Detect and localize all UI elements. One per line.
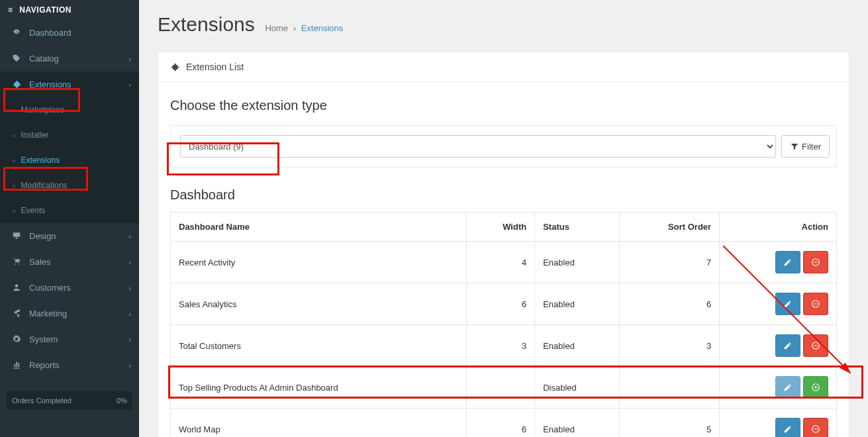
double-right-icon: » — [12, 107, 16, 114]
bars-icon: ≡ — [8, 5, 13, 15]
section-title: Choose the extension type — [170, 98, 837, 113]
puzzle-icon — [170, 62, 179, 72]
double-right-icon: » — [12, 132, 16, 139]
double-right-icon: » — [12, 182, 16, 189]
cell-status: Enabled — [535, 283, 619, 325]
cell-name: Total Customers — [171, 325, 467, 367]
nav-header: ≡ NAVIGATION — [0, 0, 139, 20]
sidebar-sub-label: Installer — [21, 130, 49, 140]
uninstall-button[interactable] — [803, 251, 828, 273]
cell-action — [720, 242, 837, 283]
cell-sort: 5 — [619, 409, 720, 438]
desktop-icon — [11, 231, 23, 241]
extension-type-select[interactable]: Dashboard (9) — [180, 135, 776, 158]
filter-icon — [790, 142, 799, 152]
orders-completed-label: Orders Completed — [12, 397, 72, 405]
chevron-right-icon: › — [128, 55, 131, 63]
edit-button[interactable] — [775, 418, 800, 437]
uninstall-button[interactable] — [803, 293, 828, 315]
page-title: Extensions — [158, 13, 255, 36]
panel-head-label: Extension List — [186, 62, 244, 72]
dashboard-icon — [11, 28, 23, 38]
sidebar-item-label: Reports — [29, 360, 60, 370]
table-row: Top Selling Products At Admin DashboardD… — [171, 367, 837, 409]
minus-icon — [811, 424, 820, 434]
table-row: Total Customers3Enabled3 — [171, 325, 837, 367]
sidebar-item-customers[interactable]: Customers › — [0, 275, 139, 301]
pencil-icon — [783, 424, 793, 434]
chart-icon — [11, 360, 23, 370]
edit-button[interactable] — [775, 251, 800, 273]
chevron-right-icon: › — [128, 284, 131, 292]
edit-button[interactable] — [775, 334, 800, 357]
edit-button[interactable] — [775, 293, 800, 315]
tag-icon — [11, 54, 23, 64]
chevron-right-icon: › — [128, 258, 131, 266]
cell-status: Enabled — [535, 409, 619, 438]
filter-label: Filter — [802, 142, 821, 152]
cell-name: Top Selling Products At Admin Dashboard — [171, 367, 467, 409]
cell-action — [720, 367, 837, 409]
share-icon — [11, 309, 23, 318]
sidebar-item-label: Sales — [29, 257, 51, 267]
chevron-right-icon: › — [128, 336, 131, 344]
panel-extension-list: Extension List Choose the extension type… — [158, 52, 849, 437]
uninstall-button[interactable] — [803, 418, 828, 437]
pencil-icon — [783, 258, 793, 267]
cell-width: 3 — [467, 325, 535, 367]
sidebar-item-label: Dashboard — [29, 28, 72, 38]
orders-completed-box: Orders Completed 0% — [7, 391, 132, 410]
sidebar-sub-installer[interactable]: » Installer — [0, 122, 139, 148]
sidebar-item-sales[interactable]: Sales › — [0, 249, 139, 275]
minus-icon — [811, 299, 820, 309]
edit-button[interactable] — [775, 376, 800, 399]
th-action: Action — [720, 213, 837, 242]
sidebar-sub-modifications[interactable]: » Modifications — [0, 173, 139, 198]
cell-status: Disabled — [535, 367, 619, 409]
cell-name: Recent Activity — [171, 242, 467, 283]
install-button[interactable] — [803, 376, 828, 399]
pencil-icon — [783, 383, 793, 393]
uninstall-button[interactable] — [803, 334, 828, 357]
breadcrumb-home[interactable]: Home — [265, 23, 288, 33]
sidebar-item-catalog[interactable]: Catalog › — [0, 46, 139, 72]
sub-title: Dashboard — [170, 187, 837, 203]
nav-header-label: NAVIGATION — [19, 5, 72, 15]
table-row: Sales Analytics6Enabled6 — [171, 283, 837, 325]
sidebar-item-marketing[interactable]: Marketing › — [0, 301, 139, 326]
user-icon — [11, 283, 23, 293]
cell-status: Enabled — [535, 325, 619, 367]
sidebar-item-label: Design — [29, 231, 56, 241]
breadcrumb-current[interactable]: Extensions — [301, 23, 344, 33]
sidebar-item-label: Customers — [29, 283, 71, 293]
sidebar-item-reports[interactable]: Reports › — [0, 352, 139, 378]
sidebar-item-extensions[interactable]: Extensions › — [0, 72, 139, 97]
double-right-icon: » — [12, 207, 16, 215]
minus-icon — [811, 341, 820, 351]
cell-name: World Map — [171, 409, 467, 438]
sidebar-sub-label: Events — [21, 206, 46, 215]
minus-icon — [811, 258, 820, 267]
page-header: Extensions Home › Extensions — [139, 0, 868, 52]
sidebar-item-label: System — [29, 334, 58, 344]
sidebar-item-label: Extensions — [29, 79, 72, 89]
chevron-right-icon: › — [128, 232, 131, 240]
main: Extensions Home › Extensions Extension L… — [139, 0, 868, 437]
plus-icon — [811, 383, 820, 393]
sidebar-item-dashboard[interactable]: Dashboard — [0, 20, 139, 46]
breadcrumb-separator: › — [293, 23, 296, 33]
cell-width: 6 — [467, 283, 535, 325]
sidebar-sub-events[interactable]: » Events — [0, 198, 139, 223]
filter-button[interactable]: Filter — [781, 135, 830, 158]
sidebar: ≡ NAVIGATION Dashboard Catalog › Extensi… — [0, 0, 139, 437]
cell-width — [467, 367, 535, 409]
panel-body: Choose the extension type Dashboard (9) … — [158, 82, 849, 437]
sidebar-item-label: Marketing — [29, 309, 67, 318]
sidebar-sub-extensions[interactable]: » Extensions — [0, 148, 139, 173]
sidebar-sub-marketplace[interactable]: » Marketplace — [0, 97, 139, 122]
sidebar-sub-label: Marketplace — [21, 105, 64, 115]
sidebar-item-design[interactable]: Design › — [0, 223, 139, 249]
breadcrumb: Home › Extensions — [265, 23, 343, 33]
cart-icon — [11, 257, 23, 267]
sidebar-item-system[interactable]: System › — [0, 326, 139, 352]
